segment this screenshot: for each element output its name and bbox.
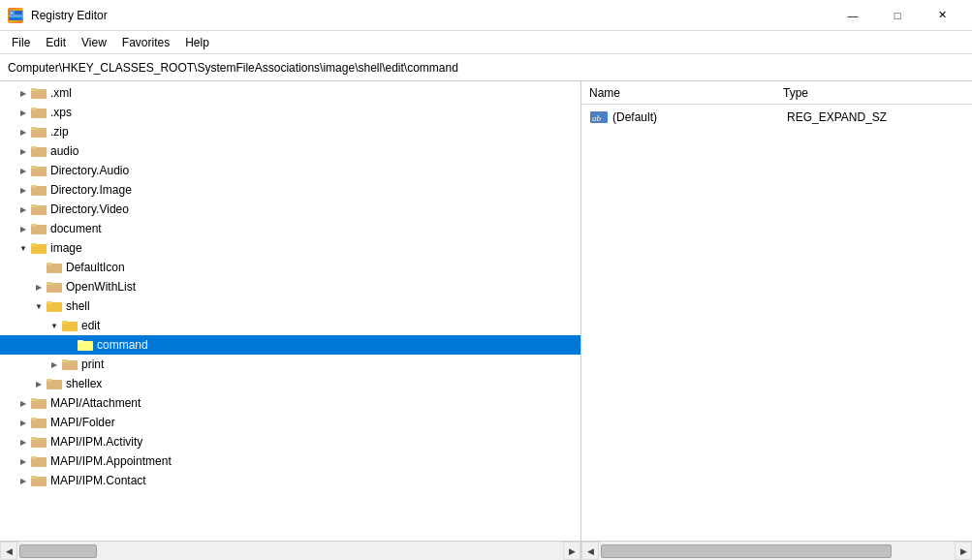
svg-text:ab: ab bbox=[592, 113, 602, 123]
svg-rect-23 bbox=[31, 243, 37, 246]
tree-item-shell[interactable]: ▼ shell bbox=[0, 296, 580, 316]
folder-icon-dir-image bbox=[31, 183, 47, 197]
expand-arrow-shell[interactable]: ▼ bbox=[31, 298, 47, 314]
tree-label-print: print bbox=[81, 358, 104, 371]
expand-arrow-mapi-ipm-appt[interactable]: ▶ bbox=[16, 453, 31, 469]
tree-item-image[interactable]: ▼ image bbox=[0, 238, 580, 258]
expand-arrow-print[interactable]: ▶ bbox=[47, 357, 62, 372]
tree-label-command: command bbox=[97, 338, 148, 352]
folder-icon-dir-video bbox=[31, 202, 47, 216]
tree-item-mapi-ipm-appt[interactable]: ▶ MAPI/IPM.Appointment bbox=[0, 451, 580, 471]
tree-item-mapi-ipm-activity[interactable]: ▶ MAPI/IPM.Activity bbox=[0, 432, 580, 451]
menu-view[interactable]: View bbox=[74, 33, 114, 51]
tree-item-mapi-folder[interactable]: ▶ MAPI/Folder bbox=[0, 413, 580, 432]
right-header: Name Type bbox=[581, 81, 972, 105]
tree-panel: ▶ .xml ▶ .xps ▶ .zip bbox=[0, 81, 581, 541]
registry-row-default[interactable]: ab (Default) REG_EXPAND_SZ bbox=[581, 107, 972, 128]
tree-item-dir-video[interactable]: ▶ Directory.Video bbox=[0, 200, 580, 219]
right-scroll-thumb[interactable] bbox=[601, 544, 892, 558]
tree-item-xml[interactable]: ▶ .xml bbox=[0, 83, 580, 103]
tree-label-audio: audio bbox=[50, 144, 78, 158]
menu-help[interactable]: Help bbox=[177, 33, 217, 51]
folder-icon-zip bbox=[31, 125, 47, 139]
tree-item-audio[interactable]: ▶ audio bbox=[0, 141, 580, 161]
folder-icon-edit bbox=[62, 319, 78, 332]
expand-arrow-zip[interactable]: ▶ bbox=[16, 124, 31, 140]
expand-arrow-dir-video[interactable]: ▶ bbox=[16, 202, 31, 217]
tree-item-openwithlist[interactable]: ▶ OpenWithList bbox=[0, 277, 580, 296]
folder-icon-image bbox=[31, 241, 47, 255]
tree-label-xps: .xps bbox=[50, 106, 72, 119]
folder-icon-mapi-ipm-contact bbox=[31, 474, 47, 487]
app-icon bbox=[8, 8, 23, 23]
folder-icon-command bbox=[78, 338, 93, 352]
tree-item-document[interactable]: ▶ document bbox=[0, 219, 580, 238]
menu-file[interactable]: File bbox=[4, 33, 38, 51]
tree-item-edit[interactable]: ▼ edit bbox=[0, 316, 580, 335]
svg-rect-15 bbox=[31, 166, 37, 169]
window-controls: — □ ✕ bbox=[831, 0, 964, 31]
svg-rect-11 bbox=[31, 127, 37, 130]
folder-icon-dir-audio bbox=[31, 164, 47, 177]
expand-arrow-xps[interactable]: ▶ bbox=[16, 105, 31, 120]
folder-icon-defaulticon bbox=[47, 261, 62, 274]
left-scrollbar[interactable]: ◀ ▶ bbox=[0, 542, 581, 560]
expand-arrow-audio[interactable]: ▶ bbox=[16, 143, 31, 159]
tree-item-shellex[interactable]: ▶ shellex bbox=[0, 374, 580, 393]
tree-label-document: document bbox=[50, 222, 102, 235]
tree-item-dir-audio[interactable]: ▶ Directory.Audio bbox=[0, 161, 580, 180]
svg-rect-19 bbox=[31, 204, 37, 207]
expand-arrow-dir-audio[interactable]: ▶ bbox=[16, 163, 31, 178]
expand-arrow-edit[interactable]: ▼ bbox=[47, 318, 62, 333]
window-title: Registry Editor bbox=[31, 9, 831, 22]
column-header-type: Type bbox=[783, 86, 964, 100]
tree-item-xps[interactable]: ▶ .xps bbox=[0, 103, 580, 122]
tree-label-mapi-attach: MAPI/Attachment bbox=[50, 396, 141, 410]
right-scroll-left-btn[interactable]: ◀ bbox=[581, 542, 599, 560]
right-scroll-right-btn[interactable]: ▶ bbox=[955, 542, 972, 560]
expand-arrow-xml[interactable]: ▶ bbox=[16, 85, 31, 101]
left-scroll-track[interactable] bbox=[17, 542, 563, 560]
expand-arrow-shellex[interactable]: ▶ bbox=[31, 376, 47, 391]
tree-label-xml: .xml bbox=[50, 86, 72, 100]
minimize-button[interactable]: — bbox=[831, 0, 875, 31]
right-scroll-track[interactable] bbox=[599, 542, 955, 560]
expand-arrow-mapi-folder[interactable]: ▶ bbox=[16, 415, 31, 430]
right-content[interactable]: ab (Default) REG_EXPAND_SZ bbox=[581, 105, 972, 541]
tree-item-print[interactable]: ▶ print bbox=[0, 355, 580, 374]
tree-label-edit: edit bbox=[81, 319, 100, 332]
tree-content[interactable]: ▶ .xml ▶ .xps ▶ .zip bbox=[0, 81, 580, 541]
tree-label-openwithlist: OpenWithList bbox=[66, 280, 136, 294]
tree-item-dir-image[interactable]: ▶ Directory.Image bbox=[0, 180, 580, 200]
expand-arrow-mapi-attach[interactable]: ▶ bbox=[16, 395, 31, 411]
expand-arrow-mapi-ipm-contact[interactable]: ▶ bbox=[16, 473, 31, 488]
expand-arrow-mapi-ipm-activity[interactable]: ▶ bbox=[16, 434, 31, 450]
tree-label-mapi-ipm-activity: MAPI/IPM.Activity bbox=[50, 435, 142, 449]
expand-arrow-document[interactable]: ▶ bbox=[16, 221, 31, 236]
menu-favorites[interactable]: Favorites bbox=[114, 33, 177, 51]
registry-row-type-default: REG_EXPAND_SZ bbox=[787, 110, 887, 124]
svg-rect-9 bbox=[31, 108, 37, 110]
svg-rect-17 bbox=[31, 185, 37, 188]
tree-label-shellex: shellex bbox=[66, 377, 102, 390]
svg-rect-3 bbox=[9, 15, 22, 17]
menu-edit[interactable]: Edit bbox=[38, 33, 74, 51]
svg-rect-43 bbox=[31, 437, 37, 440]
svg-rect-47 bbox=[31, 476, 37, 479]
svg-rect-41 bbox=[31, 418, 37, 420]
tree-item-mapi-ipm-contact[interactable]: ▶ MAPI/IPM.Contact bbox=[0, 471, 580, 490]
close-button[interactable]: ✕ bbox=[920, 0, 964, 31]
tree-item-mapi-attach[interactable]: ▶ MAPI/Attachment bbox=[0, 393, 580, 413]
expand-arrow-dir-image[interactable]: ▶ bbox=[16, 182, 31, 198]
left-scroll-right-btn[interactable]: ▶ bbox=[563, 542, 580, 560]
maximize-button[interactable]: □ bbox=[875, 0, 920, 31]
expand-arrow-image[interactable]: ▼ bbox=[16, 240, 31, 256]
expand-arrow-openwithlist[interactable]: ▶ bbox=[31, 279, 47, 295]
left-scroll-thumb[interactable] bbox=[19, 544, 97, 558]
tree-label-zip: .zip bbox=[50, 125, 69, 139]
tree-item-command[interactable]: command bbox=[0, 335, 580, 355]
tree-item-defaulticon[interactable]: DefaultIcon bbox=[0, 258, 580, 277]
right-scrollbar[interactable]: ◀ ▶ bbox=[581, 542, 972, 560]
left-scroll-left-btn[interactable]: ◀ bbox=[0, 542, 17, 560]
tree-item-zip[interactable]: ▶ .zip bbox=[0, 122, 580, 141]
